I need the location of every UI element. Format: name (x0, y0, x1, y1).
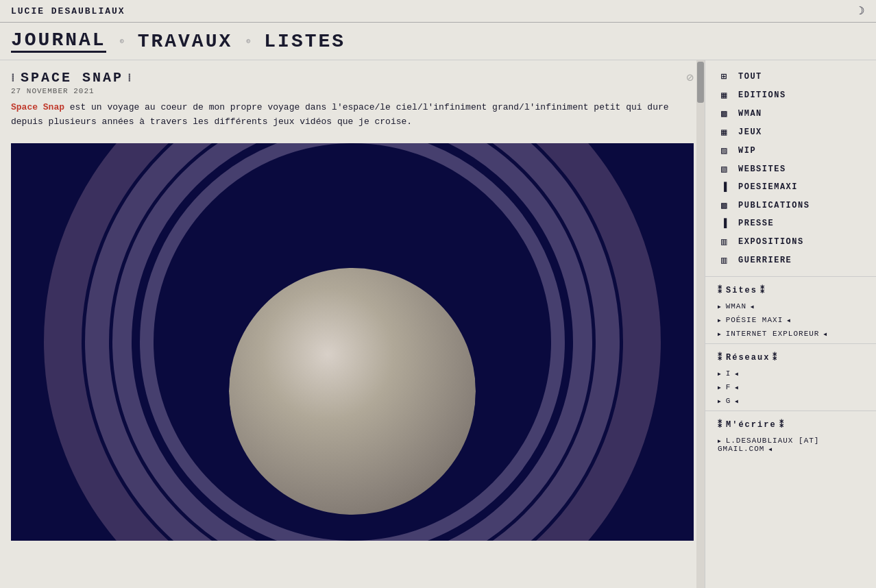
sidebar-sites-section: ⁑ Sites ⁑ WMAN POÉSIE MAXI INTERNET EXPL… (705, 276, 876, 343)
sites-deco-left: ⁑ (718, 285, 723, 295)
sites-title-text: Sites (726, 286, 757, 295)
bar-icon-right: ⁞ (127, 71, 133, 85)
expositions-label: EXPOSITIONS (738, 237, 804, 247)
contact-email[interactable]: L.DESAUBLIAUX [AT] GMAIL.COM (718, 434, 864, 456)
tout-label: TOUT (738, 72, 762, 82)
contact-deco-left: ⁑ (718, 419, 723, 430)
contact-title-text: M'écrire (726, 420, 777, 430)
poesiemaxi-icon: ▐ (718, 182, 731, 193)
link-instagram[interactable]: I (718, 367, 864, 380)
sidebar-item-wip[interactable]: ▨ WIP (705, 141, 876, 160)
sidebar-item-wman[interactable]: ▩ WMAN (705, 104, 876, 123)
layout: ⁞ SPACE SNAP ⁞ 27 NOVEMBER 2021 ⊘ Space … (0, 60, 876, 588)
article-grid-icon: ⊘ (686, 70, 694, 85)
article-description: Space Snap est un voyage au coeur de mon… (11, 101, 694, 130)
contact-deco-right: ⁑ (779, 419, 785, 430)
sites-section-title: ⁑ Sites ⁑ (718, 285, 864, 295)
site-name: LUCIE DESAUBLIAUX (11, 6, 125, 16)
article-title-text: SPACE SNAP (21, 70, 123, 86)
jeux-icon: ▦ (718, 126, 731, 138)
presse-label: PRESSE (738, 219, 774, 228)
link-facebook[interactable]: F (718, 380, 864, 394)
link-internet-exploreur[interactable]: INTERNET EXPLOREUR (718, 327, 864, 341)
tout-icon: ⊞ (718, 71, 731, 82)
moon-icon: ☽ (858, 4, 865, 18)
sites-deco-right: ⁑ (760, 285, 766, 295)
article-title-block: ⁞ SPACE SNAP ⁞ 27 NOVEMBER 2021 (11, 70, 133, 95)
nav-sep-2: ⊙ (246, 37, 250, 45)
article-description-rest: est un voyage au coeur de mon propre voy… (11, 102, 669, 127)
main-nav: JOURNAL ⊙ TRAVAUX ⊙ LISTES (0, 23, 876, 60)
bar-icon-left: ⁞ (11, 71, 16, 85)
reseaux-section-title: ⁑ Réseaux ⁑ (718, 352, 864, 363)
sidebar-categories: ⊞ TOUT ▦ EDITIONS ▩ WMAN ▦ JEUX ▨ WIP ▧ … (705, 60, 876, 276)
sidebar-item-poesiemaxi[interactable]: ▐ POESIEMAXI (705, 178, 876, 196)
reseaux-deco-left: ⁑ (718, 352, 723, 363)
link-wman[interactable]: WMAN (718, 299, 864, 313)
sidebar-item-tout[interactable]: ⊞ TOUT (705, 67, 876, 86)
highlight-text: Space Snap (11, 102, 64, 112)
link-github[interactable]: G (718, 394, 864, 408)
sidebar-item-publications[interactable]: ▩ PUBLICATIONS (705, 196, 876, 215)
sidebar-item-jeux[interactable]: ▦ JEUX (705, 123, 876, 141)
sidebar-item-websites[interactable]: ▧ WEBSITES (705, 160, 876, 178)
guerriere-icon: ▥ (718, 254, 731, 266)
contact-section-title: ⁑ M'écrire ⁑ (718, 419, 864, 430)
wman-label: WMAN (738, 109, 762, 119)
websites-icon: ▧ (718, 163, 731, 175)
sidebar-item-guerriere[interactable]: ▥ GUERRIERE (705, 251, 876, 269)
presse-icon: ▐ (718, 218, 731, 229)
publications-label: PUBLICATIONS (738, 201, 810, 210)
sidebar-reseaux-section: ⁑ Réseaux ⁑ I F G (705, 343, 876, 411)
reseaux-deco-right: ⁑ (772, 352, 778, 363)
sidebar-item-editions[interactable]: ▦ EDITIONS (705, 86, 876, 104)
expositions-icon: ▥ (718, 236, 731, 247)
nav-sep-1: ⊙ (120, 37, 124, 45)
editions-label: EDITIONS (738, 90, 786, 100)
wip-icon: ▨ (718, 145, 731, 156)
top-header: LUCIE DESAUBLIAUX ☽ (0, 0, 876, 23)
article-body: Space Snap est un voyage au coeur de mon… (0, 101, 705, 138)
nav-listes[interactable]: LISTES (264, 31, 345, 52)
article-date: 27 NOVEMBER 2021 (11, 87, 133, 95)
guerriere-label: GUERRIERE (738, 256, 792, 265)
poesiemaxi-label: POESIEMAXI (738, 182, 798, 192)
wip-label: WIP (738, 146, 756, 156)
editions-icon: ▦ (718, 89, 731, 101)
main-content: ⁞ SPACE SNAP ⁞ 27 NOVEMBER 2021 ⊘ Space … (0, 60, 705, 588)
jeux-label: JEUX (738, 127, 762, 137)
nav-journal[interactable]: JOURNAL (11, 29, 106, 53)
article-title: ⁞ SPACE SNAP ⁞ (11, 70, 133, 86)
sidebar-contact-section: ⁑ M'écrire ⁑ L.DESAUBLIAUX [AT] GMAIL.CO… (705, 411, 876, 458)
reseaux-title-text: Réseaux (726, 353, 770, 363)
article-header: ⁞ SPACE SNAP ⁞ 27 NOVEMBER 2021 ⊘ (0, 60, 705, 101)
scrollbar-thumb[interactable] (697, 62, 704, 103)
wman-icon: ▩ (718, 108, 731, 119)
link-poesie-maxi[interactable]: POÉSIE MAXI (718, 313, 864, 327)
sidebar: ⊞ TOUT ▦ EDITIONS ▩ WMAN ▦ JEUX ▨ WIP ▧ … (705, 60, 876, 588)
scrollbar-track[interactable] (696, 60, 705, 588)
space-snap-image (11, 143, 694, 541)
websites-label: WEBSITES (738, 164, 786, 174)
sidebar-item-presse[interactable]: ▐ PRESSE (705, 215, 876, 232)
article-image (11, 143, 694, 541)
planet-body (229, 268, 476, 515)
nav-travaux[interactable]: TRAVAUX (138, 31, 233, 52)
sidebar-item-expositions[interactable]: ▥ EXPOSITIONS (705, 232, 876, 251)
publications-icon: ▩ (718, 199, 731, 211)
